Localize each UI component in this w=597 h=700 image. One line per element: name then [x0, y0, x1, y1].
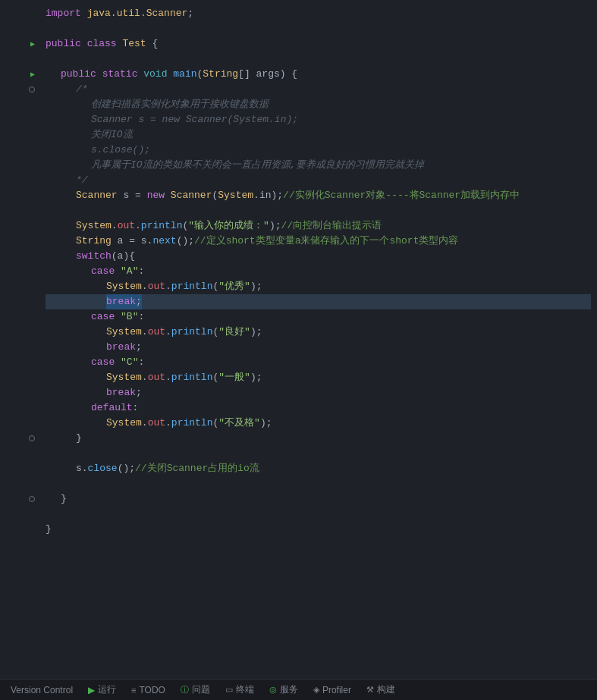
status-item-run[interactable]: ▶ 运行 — [80, 680, 124, 700]
gutter-line — [0, 309, 39, 325]
code-line — [46, 203, 591, 218]
problems-label: 问题 — [192, 683, 210, 696]
gutter-line-run[interactable]: ▶ — [0, 36, 39, 52]
code-line: case "C": — [46, 355, 591, 370]
run-icon: ▶ — [30, 39, 35, 49]
code-line: 凡事属于IO流的类如果不关闭会一直占用资源,要养成良好的习惯用完就关掉 — [46, 158, 591, 173]
gutter-line — [0, 340, 39, 355]
code-line: 创建扫描器实例化对象用于接收键盘数据 — [46, 97, 591, 112]
code-line: System.out.println("一般"); — [46, 370, 591, 385]
gutter-line — [0, 112, 39, 127]
code-line: default: — [46, 400, 591, 416]
code-line: Scanner s = new Scanner(System.in); — [46, 112, 591, 127]
code-line: public static void main(String[] args) { — [46, 67, 591, 82]
code-line: break; — [46, 385, 591, 400]
gutter-line — [0, 446, 39, 461]
gutter-line — [0, 507, 39, 522]
gutter-line — [0, 416, 39, 431]
editor-padding — [46, 537, 591, 598]
gutter-line — [0, 400, 39, 416]
run-label: 运行 — [98, 683, 116, 696]
code-line: } — [46, 491, 591, 507]
build-icon: ⚒ — [366, 685, 374, 695]
gutter-line — [0, 188, 39, 203]
profiler-icon: ◈ — [313, 685, 319, 695]
breakpoint-hollow — [29, 435, 35, 441]
terminal-label: 终端 — [236, 683, 254, 696]
gutter-line — [0, 370, 39, 385]
code-line: s.close(); — [46, 143, 591, 158]
gutter-line — [0, 325, 39, 340]
gutter-line — [0, 218, 39, 234]
code-line: switch(a){ — [46, 249, 591, 264]
breakpoint-hollow — [29, 496, 35, 502]
gutter-line — [0, 355, 39, 370]
code-line: } — [46, 522, 591, 537]
gutter-line — [0, 21, 39, 36]
gutter-line-bp3[interactable] — [0, 491, 39, 507]
status-item-services[interactable]: ◎ 服务 — [262, 680, 306, 700]
code-content[interactable]: import java.util.Scanner; public class T… — [39, 6, 597, 679]
code-line: public class Test { — [46, 36, 591, 52]
terminal-icon: ▭ — [225, 685, 233, 695]
status-item-terminal[interactable]: ▭ 终端 — [218, 680, 262, 700]
gutter-line — [0, 279, 39, 294]
gutter-line-bp2[interactable] — [0, 431, 39, 446]
gutter-line — [0, 461, 39, 476]
code-line: String a = s.next();//定义short类型变量a来储存输入的… — [46, 234, 591, 249]
code-line: s.close();//关闭Scanner占用的io流 — [46, 461, 591, 476]
gutter-line — [0, 97, 39, 112]
build-label: 构建 — [377, 683, 395, 696]
gutter-line — [0, 6, 39, 21]
gutter-line — [0, 249, 39, 264]
code-line — [46, 21, 591, 36]
status-item-problems[interactable]: ⓘ 问题 — [173, 680, 218, 700]
code-line: 关闭IO流 — [46, 127, 591, 143]
gutter-line — [0, 143, 39, 158]
status-bar: Version Control ▶ 运行 ≡ TODO ⓘ 问题 ▭ 终端 ◎ … — [0, 679, 597, 700]
code-line: } — [46, 431, 591, 446]
code-line — [46, 446, 591, 461]
gutter: ▶ ▶ — [0, 6, 39, 679]
gutter-line — [0, 52, 39, 67]
code-line: */ — [46, 173, 591, 188]
version-control-label: Version Control — [11, 685, 73, 695]
services-icon: ◎ — [269, 685, 277, 695]
breakpoint-hollow — [29, 86, 35, 93]
code-line: System.out.println("输入你的成绩：");//向控制台输出提示… — [46, 218, 591, 234]
gutter-line — [0, 173, 39, 188]
gutter-line-run2[interactable]: ▶ — [0, 67, 39, 82]
status-item-version-control[interactable]: Version Control — [6, 680, 80, 700]
gutter-line-bp[interactable] — [0, 82, 39, 97]
code-line: System.out.println("不及格"); — [46, 416, 591, 431]
gutter-line — [0, 294, 39, 309]
code-line: System.out.println("良好"); — [46, 325, 591, 340]
gutter-line — [0, 234, 39, 249]
run-icon-status: ▶ — [88, 685, 95, 695]
code-line — [46, 476, 591, 491]
gutter-line — [0, 522, 39, 537]
status-item-build[interactable]: ⚒ 构建 — [359, 680, 403, 700]
code-line — [46, 52, 591, 67]
code-line: case "A": — [46, 264, 591, 279]
code-line: break; — [46, 340, 591, 355]
code-line: /* — [46, 82, 591, 97]
gutter-line — [0, 158, 39, 173]
code-line: Scanner s = new Scanner(System.in);//实例化… — [46, 188, 591, 203]
code-line: import java.util.Scanner; — [46, 6, 591, 21]
code-line — [46, 507, 591, 522]
code-line: case "B": — [46, 309, 591, 325]
run-icon: ▶ — [30, 70, 35, 79]
gutter-line — [0, 476, 39, 491]
editor-area: ▶ ▶ — [0, 0, 597, 679]
gutter-line — [0, 203, 39, 218]
code-line-break-highlighted: break; — [46, 294, 591, 309]
services-label: 服务 — [280, 683, 298, 696]
gutter-line — [0, 385, 39, 400]
todo-icon: ≡ — [131, 686, 136, 695]
todo-label: TODO — [139, 685, 165, 695]
gutter-line — [0, 127, 39, 143]
status-item-todo[interactable]: ≡ TODO — [124, 680, 173, 700]
code-line: System.out.println("优秀"); — [46, 279, 591, 294]
status-item-profiler[interactable]: ◈ Profiler — [306, 680, 359, 700]
